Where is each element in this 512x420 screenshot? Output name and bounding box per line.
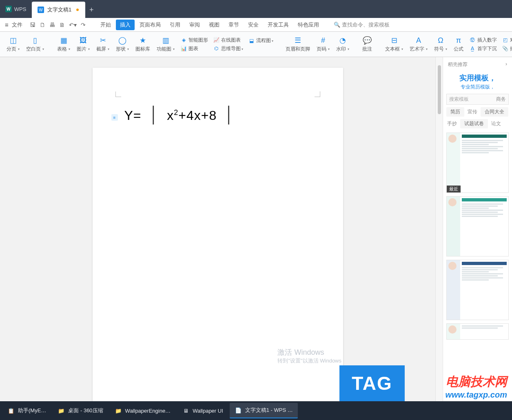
search-placeholder: 查找命令、搜索模板: [342, 21, 390, 29]
ribbon-onlinechart[interactable]: 📈在线图表: [213, 37, 243, 44]
undo-icon[interactable]: ↶▾: [69, 22, 77, 28]
ribbon-picture[interactable]: 🖼图片: [74, 36, 92, 53]
ribbon-blankpage[interactable]: ▯空白页: [24, 36, 47, 53]
ribbon-object[interactable]: ◰对象: [502, 37, 512, 44]
menu-tab-layout[interactable]: 页面布局: [135, 20, 165, 30]
site-tag-overlay: TAG: [339, 365, 405, 401]
ribbon-symbol[interactable]: Ω符号: [432, 36, 450, 53]
ribbon-comment[interactable]: 💬批注: [360, 36, 375, 53]
ribbon-screenshot[interactable]: ✂截屏: [94, 36, 112, 53]
site-text-overlay: 电脑技术网 www.tagxp.com: [445, 374, 507, 400]
tag-contract[interactable]: 合同大全: [481, 107, 508, 117]
titlebar: W WPS W 文字文稿1 +: [0, 0, 512, 18]
folder-icon: 📁: [115, 407, 122, 414]
ribbon-insert-stack2: ◰对象 📎插入附件: [500, 37, 512, 52]
taskbar-item[interactable]: 📋助手(MyE…: [2, 403, 51, 418]
folder-icon: 📁: [58, 407, 65, 414]
template-search[interactable]: 搜索模板 商务: [446, 94, 509, 105]
menu-tab-view[interactable]: 视图: [205, 20, 224, 30]
template-tags: 简历 宣传 合同大全 手抄 试题试卷 论文: [443, 107, 512, 131]
pagenumber-icon: #: [319, 36, 328, 45]
shape-icon: ◯: [118, 36, 127, 45]
menubar: ≡ 文件 🖫 🗋 🖶 🗎 ↶▾ ↷ 开始 插入 页面布局 引用 审阅 视图 章节…: [0, 18, 512, 32]
menu-tab-start[interactable]: 开始: [96, 20, 115, 30]
ribbon-table[interactable]: ▦表格: [55, 36, 73, 53]
formula-x: x: [167, 108, 174, 123]
document-canvas[interactable]: ≡ Y= │ x2+4x+8 │ 激活 Windows 转到"设置"以激活 Wi…: [0, 57, 435, 401]
tag-side-0[interactable]: 宣传: [467, 107, 478, 117]
ribbon-iconlib[interactable]: ★图标库: [133, 36, 153, 53]
ribbon-watermark[interactable]: ◔水印: [334, 36, 352, 53]
flowchart-icon: ⬓: [248, 38, 255, 44]
ribbon-textbox[interactable]: ⊟文本框: [383, 36, 406, 53]
tag-side-1[interactable]: 手抄: [446, 119, 458, 128]
document-tab[interactable]: W 文字文稿1: [32, 2, 85, 18]
menu-tab-insert[interactable]: 插入: [116, 20, 135, 30]
hamburger-icon[interactable]: ≡: [5, 21, 9, 28]
taskbar-item[interactable]: 📁桌面 - 360压缩: [53, 403, 108, 418]
table-icon: ▦: [59, 36, 68, 45]
app-tab[interactable]: W WPS: [0, 0, 32, 18]
template-thumb[interactable]: [446, 196, 509, 256]
ribbon-attachment[interactable]: 📎插入附件: [502, 45, 512, 52]
taskbar-item-active[interactable]: 📄文字文稿1 - WPS …: [230, 403, 298, 418]
chevron-right-icon[interactable]: ›: [505, 61, 507, 68]
ribbon-flowchart[interactable]: ⬓流程图: [248, 37, 273, 44]
print-preview-icon[interactable]: 🗎: [59, 22, 65, 28]
tag-resume[interactable]: 简历: [446, 107, 464, 117]
save-as-icon[interactable]: 🗋: [40, 22, 45, 28]
redo-icon[interactable]: ↷: [81, 22, 86, 28]
template-thumb[interactable]: 最近: [446, 133, 509, 193]
menu-tab-special[interactable]: 特色应用: [294, 20, 323, 30]
ribbon-smartart[interactable]: ▥功能图: [154, 36, 177, 53]
ribbon-dropcap[interactable]: A̲首字下沉: [469, 45, 497, 52]
template-thumb[interactable]: [446, 260, 509, 320]
headerfooter-icon: ☰: [293, 36, 302, 45]
file-menu[interactable]: 文件: [12, 21, 22, 29]
page: ≡ Y= │ x2+4x+8 │: [93, 68, 343, 401]
panel-sub: 专业简历模版，: [443, 84, 512, 94]
ribbon-equation[interactable]: π公式: [451, 36, 466, 53]
template-thumb[interactable]: [446, 323, 509, 340]
menu-tab-section[interactable]: 章节: [224, 20, 243, 30]
ribbon-chart-stack: ◈智能图形 📊图表: [179, 37, 210, 52]
vertical-scrollbar[interactable]: [435, 57, 443, 401]
ribbon-pagebreak[interactable]: ◫分页: [4, 36, 22, 53]
document-content[interactable]: Y= │ x2+4x+8 │: [124, 106, 311, 124]
menu-tab-security[interactable]: 安全: [244, 20, 263, 30]
ribbon-mindmap[interactable]: ⌬思维导图: [213, 45, 243, 52]
wordart-icon: A: [414, 36, 423, 45]
taskbar-item[interactable]: 🖥Wallpaper UI: [177, 403, 228, 418]
ribbon-insertnumber[interactable]: ⑫插入数字: [469, 37, 497, 44]
chart-icon: 📊: [180, 46, 187, 51]
ribbon-chart[interactable]: 📊图表: [180, 45, 208, 52]
watermark-icon: ◔: [338, 36, 347, 45]
abs-bar-right: │: [220, 106, 239, 123]
tag-side-2[interactable]: 论文: [490, 119, 502, 128]
tag-exam[interactable]: 试题试卷: [460, 119, 488, 128]
taskbar-item[interactable]: 📁WallpaperEngine…: [110, 403, 176, 418]
add-tab-button[interactable]: +: [85, 2, 98, 18]
menu-tab-reference[interactable]: 引用: [166, 20, 184, 30]
unsaved-dot-icon: [76, 9, 79, 11]
ribbon: ◫分页 ▯空白页 ▦表格 🖼图片 ✂截屏 ◯形状 ★图标库 ▥功能图 ◈智能图形…: [0, 32, 512, 57]
avatar-icon: [448, 325, 457, 334]
margin-corner-icon: [315, 91, 320, 97]
ribbon-wordart[interactable]: A艺术字: [407, 36, 430, 53]
save-icon[interactable]: 🖫: [30, 22, 35, 28]
scissors-icon: ✂: [98, 36, 107, 45]
menu-tab-devtools[interactable]: 开发工具: [264, 20, 293, 30]
ribbon-smartgraphic[interactable]: ◈智能图形: [180, 37, 208, 44]
scrollbar-thumb[interactable]: [438, 65, 441, 114]
command-search[interactable]: 🔍 查找命令、搜索模板: [334, 21, 390, 29]
ribbon-headerfooter[interactable]: ☰页眉和页脚: [283, 36, 313, 53]
menu-tab-review[interactable]: 审阅: [185, 20, 204, 30]
ribbon-chart-stack2: 📈在线图表 ⌬思维导图: [211, 37, 245, 52]
taskbar: 📋助手(MyE… 📁桌面 - 360压缩 📁WallpaperEngine… 🖥…: [0, 401, 512, 420]
app-icon: 📋: [7, 407, 15, 414]
print-icon[interactable]: 🖶: [49, 22, 55, 28]
ribbon-pagenumber[interactable]: #页码: [314, 36, 332, 53]
ribbon-shape[interactable]: ◯形状: [113, 36, 131, 53]
margin-corner-icon: [115, 91, 121, 97]
formula-y: Y=: [124, 108, 142, 123]
